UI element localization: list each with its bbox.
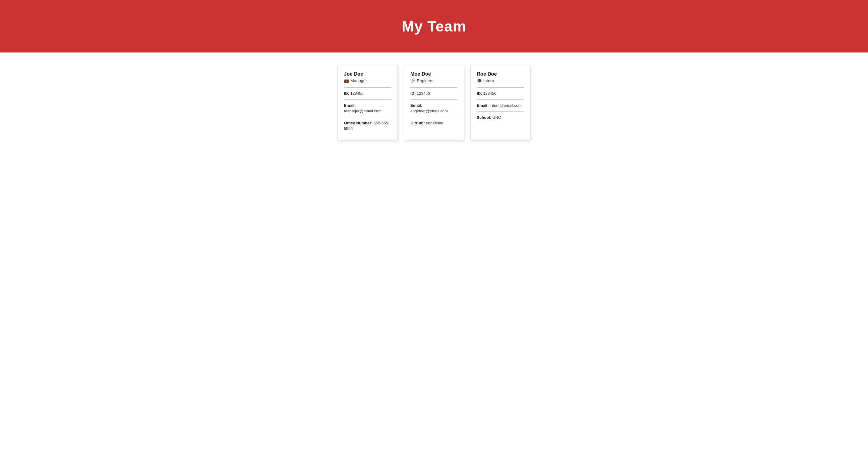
field-joe-doe-id: ID: 123456 bbox=[344, 91, 391, 96]
card-role-roe-doe: 🎓Intern bbox=[477, 78, 524, 83]
field-value-moe-doe-2: undefined bbox=[426, 121, 443, 125]
field-roe-doe-email: Email: intern@email.com bbox=[477, 103, 524, 108]
divider-joe-doe-2 bbox=[344, 117, 391, 117]
divider-moe-doe-1 bbox=[410, 99, 458, 100]
divider-roe-doe-2 bbox=[477, 111, 524, 112]
field-value-joe-doe-1: manager@email.com bbox=[344, 109, 382, 113]
field-value-roe-doe-1: intern@email.com bbox=[490, 103, 522, 108]
divider-joe-doe-1 bbox=[344, 99, 391, 100]
team-card-joe-doe: Joe Doe💼ManagerID: 123456Email: manager@… bbox=[337, 65, 398, 140]
divider-moe-doe-0 bbox=[410, 87, 458, 88]
field-moe-doe-github: GitHub: undefined bbox=[410, 121, 458, 126]
field-moe-doe-id: ID: 123456 bbox=[410, 91, 458, 96]
field-roe-doe-school: School: UNC bbox=[477, 115, 524, 121]
divider-moe-doe-2 bbox=[410, 117, 458, 117]
team-card-moe-doe: Moe Doe🔗EngineerID: 123456Email: enginee… bbox=[404, 65, 464, 140]
field-label-moe-doe-2: GitHub: bbox=[410, 121, 426, 125]
field-value-moe-doe-1: engineer@email.com bbox=[410, 109, 448, 113]
field-joe-doe-office-number: Office Number: 555-555-5555 bbox=[344, 121, 391, 132]
card-role-moe-doe: 🔗Engineer bbox=[410, 78, 458, 83]
field-moe-doe-email: Email: engineer@email.com bbox=[410, 103, 458, 114]
role-text-roe-doe: Intern bbox=[483, 78, 494, 83]
role-icon-joe-doe: 💼 bbox=[344, 78, 349, 83]
field-value-roe-doe-2: UNC bbox=[492, 115, 501, 120]
page-title: My Team bbox=[402, 18, 466, 35]
card-name-joe-doe: Joe Doe bbox=[344, 71, 391, 77]
field-label-joe-doe-0: ID: bbox=[344, 91, 350, 96]
field-value-joe-doe-0: 123456 bbox=[350, 91, 364, 96]
field-label-roe-doe-0: ID: bbox=[477, 91, 483, 96]
field-roe-doe-id: ID: 123456 bbox=[477, 91, 524, 96]
role-icon-moe-doe: 🔗 bbox=[410, 78, 415, 83]
divider-joe-doe-0 bbox=[344, 87, 391, 88]
cards-container: Joe Doe💼ManagerID: 123456Email: manager@… bbox=[337, 65, 531, 140]
field-label-joe-doe-1: Email: bbox=[344, 103, 356, 108]
field-label-moe-doe-0: ID: bbox=[410, 91, 417, 96]
main-content: Joe Doe💼ManagerID: 123456Email: manager@… bbox=[0, 53, 868, 153]
divider-roe-doe-1 bbox=[477, 99, 524, 100]
role-text-joe-doe: Manager bbox=[350, 78, 367, 83]
card-role-joe-doe: 💼Manager bbox=[344, 78, 391, 83]
card-name-roe-doe: Roe Doe bbox=[477, 71, 524, 77]
field-label-roe-doe-2: School: bbox=[477, 115, 492, 120]
team-card-roe-doe: Roe Doe🎓InternID: 123456Email: intern@em… bbox=[470, 65, 531, 140]
page-header: My Team bbox=[0, 0, 868, 53]
role-text-moe-doe: Engineer bbox=[417, 78, 434, 83]
field-joe-doe-email: Email: manager@email.com bbox=[344, 103, 391, 114]
divider-roe-doe-0 bbox=[477, 87, 524, 88]
field-label-moe-doe-1: Email: bbox=[410, 103, 422, 108]
card-name-moe-doe: Moe Doe bbox=[410, 71, 458, 77]
field-value-moe-doe-0: 123456 bbox=[417, 91, 430, 96]
field-value-roe-doe-0: 123456 bbox=[483, 91, 497, 96]
field-label-joe-doe-2: Office Number: bbox=[344, 121, 374, 125]
field-label-roe-doe-1: Email: bbox=[477, 103, 490, 108]
role-icon-roe-doe: 🎓 bbox=[477, 78, 482, 83]
